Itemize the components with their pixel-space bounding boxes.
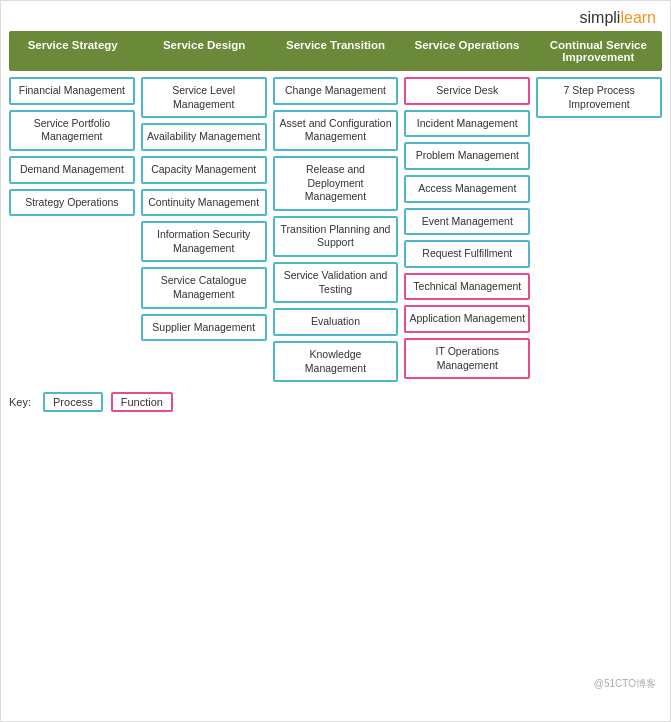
phase-transition: Service Transition — [272, 31, 399, 71]
card-change-management: Change Management — [273, 77, 399, 105]
card-event-management: Event Management — [404, 208, 530, 236]
key-function-box: Function — [111, 392, 173, 412]
phase-header: Service Strategy Service Design Service … — [9, 31, 662, 71]
card-incident-management: Incident Management — [404, 110, 530, 138]
content-area: Financial Management Service Portfolio M… — [9, 77, 662, 382]
key-label: Key: — [9, 396, 31, 408]
card-release-deployment-management: Release and Deployment Management — [273, 156, 399, 211]
card-supplier-management: Supplier Management — [141, 314, 267, 342]
key-row: Key: Process Function — [9, 392, 662, 412]
phase-operations: Service Operations — [403, 31, 530, 71]
card-continuity-management: Continuity Management — [141, 189, 267, 217]
logo-bar: simplilearn — [1, 1, 670, 31]
card-availability-management: Availability Management — [141, 123, 267, 151]
card-application-management: Application Management — [404, 305, 530, 333]
card-transition-planning: Transition Planning and Support — [273, 216, 399, 257]
card-7-step-process: 7 Step Process Improvement — [536, 77, 662, 118]
logo-simpli: simpli — [580, 9, 621, 26]
card-service-level-management: Service Level Management — [141, 77, 267, 118]
card-financial-management: Financial Management — [9, 77, 135, 105]
col-design: Service Level Management Availability Ma… — [141, 77, 267, 341]
card-request-fulfillment: Request Fulfillment — [404, 240, 530, 268]
col-transition: Change Management Asset and Configuratio… — [273, 77, 399, 382]
card-service-desk: Service Desk — [404, 77, 530, 105]
card-information-security-management: Information Security Management — [141, 221, 267, 262]
col-improvement: 7 Step Process Improvement — [536, 77, 662, 118]
card-service-validation-testing: Service Validation and Testing — [273, 262, 399, 303]
card-knowledge-management: Knowledge Management — [273, 341, 399, 382]
card-access-management: Access Management — [404, 175, 530, 203]
phase-design: Service Design — [140, 31, 267, 71]
card-service-portfolio-management: Service Portfolio Management — [9, 110, 135, 151]
card-demand-management: Demand Management — [9, 156, 135, 184]
card-it-operations-management: IT Operations Management — [404, 338, 530, 379]
col-strategy: Financial Management Service Portfolio M… — [9, 77, 135, 216]
key-process-box: Process — [43, 392, 103, 412]
card-strategy-operations: Strategy Operations — [9, 189, 135, 217]
card-capacity-management: Capacity Management — [141, 156, 267, 184]
card-asset-config-management: Asset and Configuration Management — [273, 110, 399, 151]
logo-learn: learn — [620, 9, 656, 26]
card-evaluation: Evaluation — [273, 308, 399, 336]
col-operations: Service Desk Incident Management Problem… — [404, 77, 530, 379]
card-problem-management: Problem Management — [404, 142, 530, 170]
logo: simplilearn — [580, 9, 656, 27]
watermark: @51CTO博客 — [594, 677, 656, 691]
card-technical-management: Technical Management — [404, 273, 530, 301]
phase-strategy: Service Strategy — [9, 31, 136, 71]
card-service-catalogue-management: Service Catalogue Management — [141, 267, 267, 308]
phase-improvement: Continual Service Improvement — [535, 31, 662, 71]
